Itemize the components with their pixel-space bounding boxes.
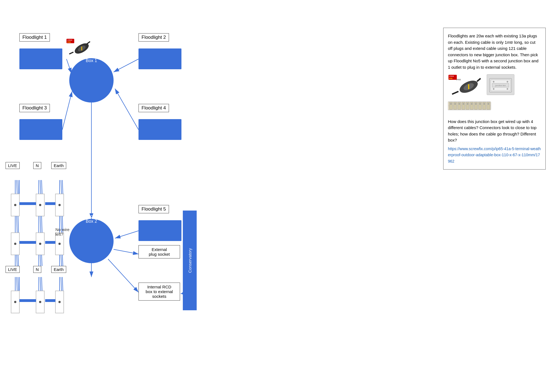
earth2-label: Earth	[51, 266, 66, 273]
fl1-text: Floodlight 1	[22, 35, 47, 40]
svg-point-78	[467, 103, 468, 105]
live2-label: LIVE	[6, 266, 20, 273]
n1-label: N	[33, 162, 41, 169]
svg-point-82	[484, 103, 485, 105]
svg-point-56	[493, 81, 494, 83]
floodlight-1-rect	[19, 48, 62, 69]
svg-text:4 PACK: 4 PACK	[67, 39, 72, 41]
floodlight-4-label: Floodlight 4	[138, 104, 169, 112]
svg-line-51	[477, 78, 481, 81]
no-wire-label: No wireleft?	[55, 227, 70, 237]
svg-point-79	[471, 103, 473, 105]
floodlight-3-rect	[19, 119, 62, 140]
svg-point-77	[463, 103, 464, 105]
svg-point-76	[459, 103, 460, 105]
connector-image: 4 PACK IP65 IP65	[448, 74, 481, 95]
svg-point-74	[450, 103, 452, 105]
external-plug-socket-label: Externalplug socket	[138, 245, 180, 258]
svg-text:IP65: IP65	[449, 78, 453, 79]
svg-line-43	[86, 42, 90, 44]
svg-text:IP65: IP65	[456, 78, 461, 81]
svg-text:4 PACK: 4 PACK	[449, 75, 454, 77]
info-panel: Floodlights are 20w each with existing 1…	[443, 28, 546, 170]
svg-point-57	[507, 81, 508, 83]
floodlight-2-rect	[138, 48, 181, 69]
live1-label: LIVE	[6, 162, 20, 169]
info-question-text: How does this junction box get wired up …	[448, 119, 541, 144]
fl2-text: Floodlight 2	[142, 35, 166, 40]
svg-line-42	[69, 52, 73, 54]
svg-point-75	[455, 103, 456, 105]
svg-point-58	[493, 88, 494, 90]
svg-text:IP65: IP65	[67, 41, 71, 43]
info-link: https://www.screwfix.com/p/ip65-41a-5-te…	[448, 146, 541, 165]
junction-box-image: junction box	[487, 74, 514, 95]
earth1-label: Earth	[51, 162, 66, 169]
fl5-text: Floodlight 5	[142, 206, 166, 212]
svg-point-83	[488, 103, 489, 105]
rcd-box-label: Internal RCDbox to externalsockets	[138, 283, 180, 301]
svg-line-50	[452, 91, 458, 94]
svg-point-80	[475, 103, 477, 105]
floodlight-3-label: Floodlight 3	[19, 104, 50, 112]
floodlight-5-label: Floodlight 5	[138, 205, 169, 213]
terminal-strip-image	[448, 99, 541, 115]
info-images: 4 PACK IP65 IP65 junction box	[448, 74, 541, 95]
conservatory-box: Conservatory	[183, 211, 197, 310]
fl4-text: Floodlight 4	[142, 105, 166, 111]
n2-label: N	[33, 266, 41, 273]
floodlight-2-label: Floodlight 2	[138, 33, 169, 42]
floodlight-1-label: Floodlight 1	[19, 33, 50, 42]
svg-text:junction box: junction box	[495, 84, 506, 87]
svg-point-81	[479, 103, 481, 105]
floodlight-5-rect	[138, 220, 181, 241]
junction-box-2-circle: Junction Box 2	[69, 219, 114, 263]
junction-box-1-circle: Junction Box 1	[69, 58, 114, 103]
info-main-text: Floodlights are 20w each with existing 1…	[448, 33, 541, 70]
diagram-area: Floodlight 1 4 PACK IP65 Floodlight 2 Fl…	[0, 0, 388, 392]
fl3-text: Floodlight 3	[22, 105, 47, 111]
floodlight-4-rect	[138, 119, 181, 140]
svg-point-59	[507, 88, 508, 90]
